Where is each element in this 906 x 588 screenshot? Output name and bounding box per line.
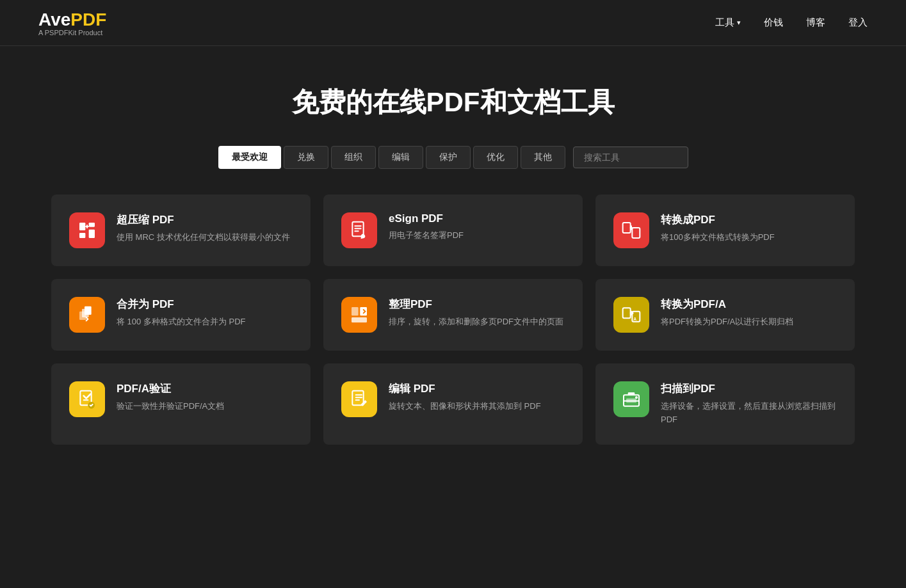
- card-merge-title: 合并为 PDF: [117, 297, 293, 312]
- card-scan-desc: 选择设备，选择设置，然后直接从浏览器扫描到PDF: [661, 400, 837, 427]
- svg-rect-5: [623, 223, 631, 233]
- convert-to-icon: [613, 212, 649, 248]
- edit-icon: [341, 381, 377, 417]
- card-pdfa-convert-title: 转换为PDF/A: [661, 297, 837, 312]
- svg-rect-20: [628, 392, 635, 395]
- logo-pdf: PDF: [70, 10, 106, 29]
- logo-ave: Ave: [38, 10, 70, 29]
- svg-rect-9: [85, 306, 92, 315]
- card-pdfa-convert-desc: 将PDF转换为PDF/A以进行长期归档: [661, 315, 837, 329]
- hero-section: 免费的在线PDF和文档工具: [0, 46, 906, 146]
- search-input[interactable]: [573, 147, 688, 168]
- tab-optimize[interactable]: 优化: [473, 146, 518, 169]
- svg-rect-1: [89, 223, 95, 227]
- tab-edit[interactable]: 编辑: [378, 146, 423, 169]
- card-esign-desc: 用电子签名签署PDF: [389, 229, 565, 242]
- nav-blog[interactable]: 博客: [806, 17, 825, 29]
- tab-other[interactable]: 其他: [521, 146, 565, 169]
- card-convert-to-title: 转换成PDF: [661, 212, 837, 227]
- header: AvePDF A PSPDFKit Product 工具 ▾ 价钱 博客 登入: [0, 0, 906, 46]
- search-wrap: [573, 147, 688, 168]
- card-compress[interactable]: 超压缩 PDF 使用 MRC 技术优化任何文档以获得最小的文件: [51, 195, 311, 266]
- card-pdfa-validate-title: PDF/A验证: [117, 381, 293, 396]
- card-edit-title: 编辑 PDF: [389, 381, 565, 396]
- card-organize[interactable]: 整理PDF 排序，旋转，添加和删除多页PDF文件中的页面: [323, 279, 583, 351]
- page-title: 免费的在线PDF和文档工具: [13, 84, 893, 120]
- tab-protect[interactable]: 保护: [426, 146, 471, 169]
- card-edit[interactable]: 编辑 PDF 旋转文本、图像和形状并将其添加到 PDF: [323, 363, 583, 445]
- svg-rect-10: [352, 307, 359, 315]
- nav-login[interactable]: 登入: [848, 17, 868, 29]
- svg-rect-12: [352, 317, 367, 322]
- svg-point-23: [635, 396, 638, 399]
- card-convert-to[interactable]: 转换成PDF 将100多种文件格式转换为PDF: [595, 195, 855, 266]
- logo-subtitle: A PSPDFKit Product: [38, 29, 106, 36]
- tab-most-popular[interactable]: 最受欢迎: [218, 146, 281, 169]
- svg-rect-0: [79, 223, 85, 230]
- svg-rect-3: [89, 230, 95, 238]
- card-compress-desc: 使用 MRC 技术优化任何文档以获得最小的文件: [117, 231, 293, 244]
- svg-rect-6: [632, 228, 640, 238]
- organize-icon: [341, 297, 377, 333]
- tab-organize[interactable]: 组织: [331, 146, 376, 169]
- merge-icon: [69, 297, 105, 333]
- card-pdfa-validate[interactable]: PDF/A验证 验证一致性并验证PDF/A文档: [51, 363, 311, 445]
- svg-rect-2: [79, 233, 85, 238]
- card-convert-to-desc: 将100多种文件格式转换为PDF: [661, 231, 837, 244]
- cards-grid: 超压缩 PDF 使用 MRC 技术优化任何文档以获得最小的文件 eSign PD…: [0, 195, 906, 483]
- card-organize-title: 整理PDF: [389, 297, 565, 312]
- card-pdfa-convert[interactable]: A 转换为PDF/A 将PDF转换为PDF/A以进行长期归档: [595, 279, 855, 351]
- card-esign[interactable]: eSign PDF 用电子签名签署PDF: [323, 195, 583, 266]
- card-scan[interactable]: 扫描到PDF 选择设备，选择设置，然后直接从浏览器扫描到PDF: [595, 363, 855, 445]
- compress-icon: [69, 212, 105, 248]
- tabs-area: 最受欢迎 兑换 组织 编辑 保护 优化 其他: [0, 146, 906, 195]
- card-merge-desc: 将 100 多种格式的文件合并为 PDF: [117, 315, 293, 329]
- card-merge[interactable]: 合并为 PDF 将 100 多种格式的文件合并为 PDF: [51, 279, 311, 351]
- nav-tools[interactable]: 工具 ▾: [715, 17, 741, 29]
- esign-icon: [341, 212, 377, 248]
- card-scan-title: 扫描到PDF: [661, 381, 837, 396]
- svg-text:A: A: [633, 317, 636, 321]
- scan-icon: [613, 381, 649, 417]
- main-nav: 工具 ▾ 价钱 博客 登入: [715, 17, 868, 29]
- tab-convert[interactable]: 兑换: [284, 146, 328, 169]
- card-edit-desc: 旋转文本、图像和形状并将其添加到 PDF: [389, 400, 565, 413]
- card-pdfa-validate-desc: 验证一致性并验证PDF/A文档: [117, 400, 293, 413]
- nav-pricing[interactable]: 价钱: [764, 17, 783, 29]
- card-organize-desc: 排序，旋转，添加和删除多页PDF文件中的页面: [389, 315, 565, 329]
- chevron-down-icon: ▾: [737, 19, 741, 27]
- pdfa-convert-icon: A: [613, 297, 649, 333]
- card-compress-title: 超压缩 PDF: [117, 212, 293, 227]
- card-esign-title: eSign PDF: [389, 212, 565, 225]
- logo: AvePDF A PSPDFKit Product: [38, 10, 106, 36]
- svg-rect-13: [623, 308, 631, 318]
- pdfa-validate-icon: [69, 381, 105, 417]
